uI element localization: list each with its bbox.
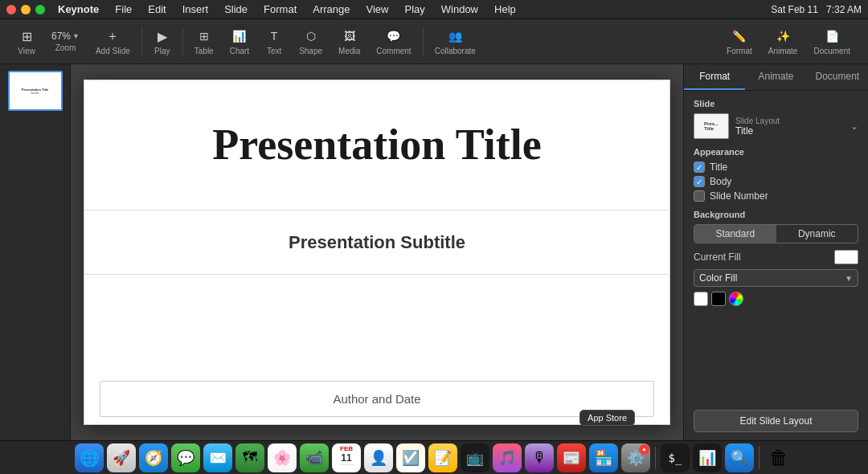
toolbar-document[interactable]: 📄 Document (805, 24, 858, 59)
toolbar-media[interactable]: 🖼 Media (330, 24, 368, 59)
slide-thumbnail-1[interactable]: Presentation Title Subtitle (8, 71, 63, 111)
slide-canvas[interactable]: Presentation Title Presentation Subtitle… (84, 80, 670, 425)
play-icon: ▶ (154, 27, 171, 45)
main-layout: Presentation Title Subtitle Presentation… (0, 64, 868, 440)
dock-photos[interactable]: 🌸 (268, 443, 297, 472)
title-checkbox[interactable]: ✓ (694, 161, 705, 173)
appstore-icon: 🏪 (595, 449, 612, 467)
background-section: Background Standard Dynamic Current Fill… (694, 210, 858, 306)
dock-terminal[interactable]: $_ (661, 443, 690, 472)
music-icon: 🎵 (498, 449, 516, 467)
body-checkbox[interactable]: ✓ (694, 176, 705, 187)
fill-type-select[interactable]: Color Fill ▼ (694, 269, 858, 287)
toolbar-table[interactable]: ⊞ Table (186, 24, 222, 59)
slide-title-area[interactable]: Presentation Title (84, 80, 670, 210)
menu-window[interactable]: Window (438, 3, 481, 15)
toolbar-chart[interactable]: 📊 Chart (222, 24, 257, 59)
slide-footer-area[interactable]: Author and Date (100, 381, 654, 417)
dock-news[interactable]: 📰 (557, 443, 586, 472)
close-button[interactable] (6, 5, 16, 14)
background-title: Background (694, 210, 858, 219)
menu-format[interactable]: Format (260, 3, 300, 15)
toolbar-add-slide[interactable]: ＋ Add Slide (88, 24, 138, 59)
fill-type-chevron-icon: ▼ (845, 274, 853, 283)
current-fill-label: Current Fill (694, 251, 741, 263)
appearance-title: Appearance (694, 147, 858, 157)
dock-finder[interactable]: 🌐 (75, 443, 104, 472)
menu-edit[interactable]: Edit (145, 3, 169, 15)
slide-thumb-content: Presentation Title Subtitle (20, 86, 51, 96)
view-label: View (18, 47, 35, 55)
edit-slide-layout-button[interactable]: Edit Slide Layout (694, 410, 858, 432)
menubar-date: Sat Feb 11 (771, 4, 818, 15)
current-fill-swatch[interactable] (834, 250, 858, 264)
menu-view[interactable]: View (363, 3, 392, 15)
menu-play[interactable]: Play (401, 3, 428, 15)
bg-standard-btn[interactable]: Standard (694, 225, 776, 243)
comment-icon: 💬 (385, 27, 403, 45)
color-wheel-button[interactable] (729, 292, 743, 306)
dock-messages[interactable]: 💬 (171, 443, 200, 472)
toolbar-divider-2 (182, 27, 183, 56)
dock-notes[interactable]: 📝 (428, 443, 457, 472)
table-icon: ⊞ (195, 27, 213, 45)
menu-file[interactable]: File (112, 3, 135, 15)
slide-number-checkbox[interactable]: ✓ (694, 190, 705, 202)
dock-maps[interactable]: 🗺 (235, 443, 264, 472)
minimize-button[interactable] (21, 5, 31, 14)
toolbar-divider-3 (423, 27, 424, 56)
dock-settings[interactable]: ⚙️ ● (621, 443, 650, 472)
toolbar-collaborate[interactable]: 👥 Collaborate (427, 24, 484, 59)
toolbar-animate[interactable]: ✨ Animate (760, 24, 806, 59)
toolbar-shape[interactable]: ⬡ Shape (291, 24, 330, 59)
reminders-icon: ☑️ (402, 449, 420, 467)
slide-layout-info: Slide Layout Title (735, 116, 850, 137)
dock-mail[interactable]: ✉️ (203, 443, 232, 472)
menu-arrange[interactable]: Arrange (309, 3, 353, 15)
toolbar-format[interactable]: ✏️ Format (719, 24, 760, 59)
shape-label: Shape (299, 47, 322, 55)
right-panel-body: Slide Pres...Title Slide Layout Title ⌄ … (684, 91, 868, 403)
right-panel: Format Animate Document Slide Pres...Tit… (683, 64, 868, 440)
dock-activity-monitor[interactable]: 📊 (693, 443, 722, 472)
toolbar-view[interactable]: ⊞ View (10, 24, 43, 59)
photos-icon: 🌸 (273, 449, 291, 467)
bg-dynamic-btn[interactable]: Dynamic (776, 225, 858, 243)
dock-appstore[interactable]: 🏪 (589, 443, 618, 472)
slide-title: Presentation Title (212, 120, 541, 170)
dock-contacts[interactable]: 👤 (364, 443, 393, 472)
tab-animate[interactable]: Animate (745, 64, 806, 90)
dock-reminders[interactable]: ☑️ (396, 443, 425, 472)
color-swatch-black[interactable] (711, 292, 726, 306)
tab-format[interactable]: Format (684, 64, 745, 90)
zoom-value: 67% (51, 31, 71, 42)
maximize-button[interactable] (35, 5, 45, 14)
dock-facetime[interactable]: 📹 (300, 443, 329, 472)
table-label: Table (194, 47, 214, 55)
dock-calendar[interactable]: 📅 FEB11 (332, 443, 361, 472)
color-swatch-white[interactable] (694, 292, 708, 306)
maps-icon: 🗺 (243, 449, 257, 466)
tab-document[interactable]: Document (807, 64, 868, 90)
dock-music[interactable]: 🎵 (493, 443, 522, 472)
dock-trash[interactable]: 🗑 (764, 443, 793, 472)
dock-launchpad[interactable]: 🚀 (107, 443, 136, 472)
document-label: Document (813, 47, 850, 55)
slide-subtitle-area[interactable]: Presentation Subtitle (84, 210, 670, 275)
dock-finder2[interactable]: 🔍 (725, 443, 754, 472)
toolbar-comment[interactable]: 💬 Comment (368, 24, 419, 59)
menu-help[interactable]: Help (491, 3, 519, 15)
menu-insert[interactable]: Insert (179, 3, 212, 15)
toolbar-play[interactable]: ▶ Play (145, 24, 179, 59)
terminal-icon: $_ (669, 452, 682, 464)
toolbar-text[interactable]: T Text (257, 24, 291, 59)
layout-chevron-icon[interactable]: ⌄ (850, 121, 858, 132)
view-icon: ⊞ (18, 27, 35, 45)
podcasts-icon: 🎙 (532, 449, 547, 466)
dock-safari[interactable]: 🧭 (139, 443, 168, 472)
zoom-control[interactable]: 67% ▼ (51, 31, 80, 42)
dock-tv[interactable]: 📺 (461, 443, 489, 472)
dock-podcasts[interactable]: 🎙 (525, 443, 554, 472)
menu-slide[interactable]: Slide (221, 3, 251, 15)
toolbar-zoom[interactable]: 67% ▼ Zoom (43, 27, 88, 55)
